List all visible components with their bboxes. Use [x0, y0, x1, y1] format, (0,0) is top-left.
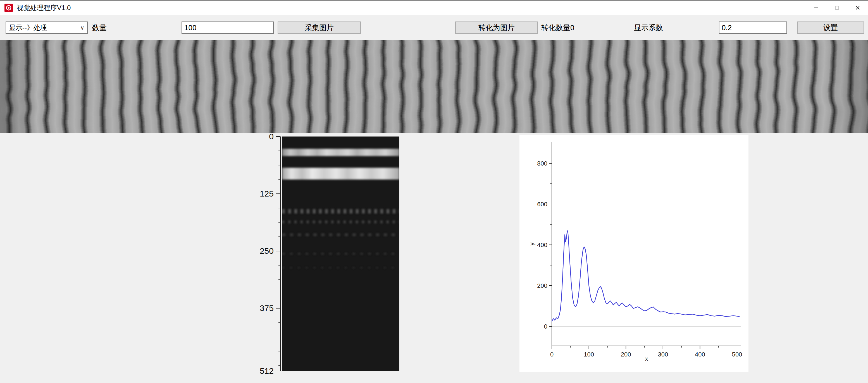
spectrogram-svg — [282, 136, 399, 371]
spectrogram-axis-svg: 0125250375512 — [251, 133, 282, 383]
quantity-label: 数量 — [92, 22, 107, 34]
svg-text:100: 100 — [584, 351, 594, 358]
close-button[interactable] — [847, 1, 868, 15]
toolbar: 显示--》处理 ∨ 数量 采集图片 转化为图片 转化数量0 显示系数 设置 — [0, 15, 868, 40]
workspace: 0125250375512 — [0, 133, 868, 383]
coefficient-label: 显示系数 — [634, 22, 663, 34]
spectrogram-image — [282, 136, 399, 371]
app-window: 视觉处理程序V1.0 显示--》处理 ∨ 数量 采集图片 转化为图片 转化数量0… — [0, 0, 868, 383]
svg-text:375: 375 — [260, 304, 274, 313]
chevron-down-icon: ∨ — [80, 24, 84, 31]
mode-select-value: 显示--》处理 — [9, 23, 47, 32]
svg-text:500: 500 — [732, 351, 742, 358]
fringe-image — [0, 40, 868, 133]
capture-button[interactable]: 采集图片 — [278, 22, 361, 34]
svg-text:400: 400 — [695, 351, 705, 358]
convert-button[interactable]: 转化为图片 — [455, 22, 538, 34]
chart-panel: 02004006008000100200300400500yx — [520, 135, 748, 372]
svg-text:600: 600 — [537, 201, 548, 208]
fringe-pattern — [0, 40, 868, 133]
close-icon — [855, 5, 861, 11]
coefficient-input[interactable] — [719, 22, 787, 34]
svg-text:400: 400 — [537, 242, 548, 249]
settings-button[interactable]: 设置 — [797, 22, 864, 34]
maximize-icon — [834, 5, 840, 11]
maximize-button[interactable] — [827, 1, 847, 15]
convert-count-label: 转化数量0 — [541, 22, 574, 34]
svg-text:300: 300 — [658, 351, 668, 358]
svg-text:125: 125 — [260, 189, 274, 198]
minimize-icon — [813, 5, 819, 11]
minimize-button[interactable] — [806, 1, 827, 15]
quantity-input[interactable] — [182, 22, 274, 34]
svg-text:0: 0 — [269, 133, 274, 141]
svg-text:y: y — [528, 243, 535, 246]
spectrogram-axis: 0125250375512 — [251, 133, 282, 383]
svg-text:200: 200 — [537, 282, 548, 289]
svg-text:250: 250 — [260, 246, 274, 255]
window-title: 视觉处理程序V1.0 — [17, 3, 71, 12]
mode-select[interactable]: 显示--》处理 ∨ — [6, 22, 88, 34]
svg-text:800: 800 — [537, 160, 548, 167]
titlebar: 视觉处理程序V1.0 — [0, 1, 868, 15]
svg-text:512: 512 — [260, 366, 274, 376]
window-controls — [806, 1, 868, 15]
chart-svg: 02004006008000100200300400500yx — [520, 135, 748, 372]
app-icon — [4, 4, 13, 12]
chart-line — [552, 231, 739, 321]
svg-text:0: 0 — [544, 323, 548, 330]
svg-text:200: 200 — [621, 351, 631, 358]
svg-text:x: x — [645, 355, 648, 362]
svg-text:0: 0 — [550, 351, 554, 358]
